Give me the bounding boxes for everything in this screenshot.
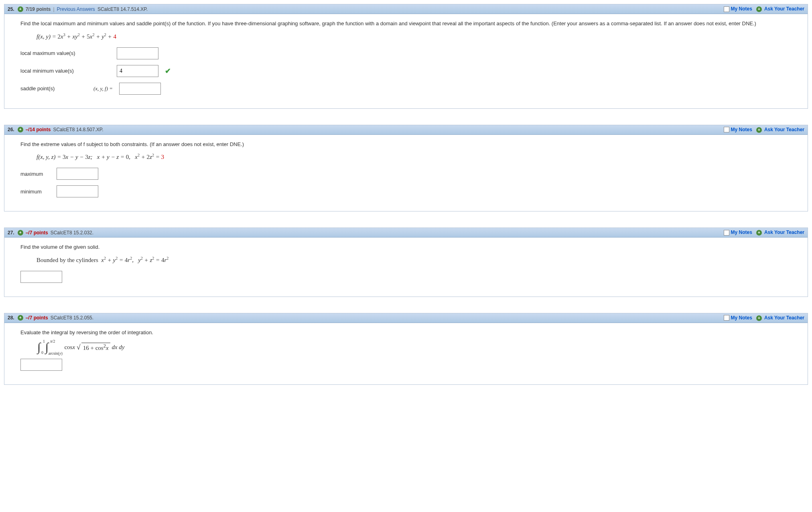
local-max-input[interactable] <box>117 47 158 59</box>
local-max-label: local maximum value(s) <box>20 50 113 56</box>
notes-icon <box>724 315 729 321</box>
maximum-input[interactable] <box>57 168 98 180</box>
expand-icon[interactable]: + <box>18 315 23 321</box>
question-prompt: Find the local maximum and minimum value… <box>20 20 792 28</box>
ask-teacher-link[interactable]: +Ask Your Teacher <box>756 6 804 12</box>
integral-formula: ∫10 ∫π/2arcsin(y) cos x √16 + cos2x dx d… <box>37 341 775 353</box>
check-icon: ✔ <box>165 67 171 75</box>
ask-teacher-link[interactable]: +Ask Your Teacher <box>756 230 804 236</box>
points-label: –/14 points <box>26 127 51 132</box>
question-header: 27. + –/7 points SCalcET8 15.2.032. My N… <box>4 228 808 238</box>
my-notes-link[interactable]: My Notes <box>724 6 752 12</box>
solid-formula: Bounded by the cylinders x2 + y2 = 4r2, … <box>37 256 775 264</box>
my-notes-link[interactable]: My Notes <box>724 127 752 133</box>
points-label: –/7 points <box>26 230 48 236</box>
local-min-label: local minimum value(s) <box>20 68 113 74</box>
source-label: SCalcET8 14.8.507.XP. <box>53 127 103 132</box>
question-prompt: Find the extreme values of f subject to … <box>20 140 792 148</box>
question-25: 25. + 7/19 points | Previous Answers SCa… <box>4 4 808 109</box>
notes-icon <box>724 127 729 132</box>
question-number: 26. <box>8 127 18 132</box>
expand-icon[interactable]: + <box>18 230 23 236</box>
question-header: 28. + –/7 points SCalcET8 15.2.055. My N… <box>4 313 808 323</box>
saddle-label: saddle point(s) <box>20 85 81 91</box>
question-header: 26. + –/14 points SCalcET8 14.8.507.XP. … <box>4 125 808 135</box>
source-label: SCalcET8 15.2.032. <box>51 230 93 236</box>
source-label: SCalcET8 14.7.514.XP. <box>97 6 148 12</box>
plus-icon: + <box>756 230 762 236</box>
source-label: SCalcET8 15.2.055. <box>51 315 93 321</box>
local-min-input[interactable] <box>117 65 158 77</box>
question-number: 27. <box>8 230 18 236</box>
ask-teacher-link[interactable]: +Ask Your Teacher <box>756 127 804 133</box>
points-label: –/7 points <box>26 315 48 321</box>
plus-icon: + <box>756 6 762 12</box>
notes-icon <box>724 230 729 236</box>
plus-icon: + <box>756 315 762 321</box>
question-26: 26. + –/14 points SCalcET8 14.8.507.XP. … <box>4 125 808 212</box>
question-27: 27. + –/7 points SCalcET8 15.2.032. My N… <box>4 228 808 297</box>
question-header: 25. + 7/19 points | Previous Answers SCa… <box>4 4 808 14</box>
minimum-label: minimum <box>20 189 53 195</box>
maximum-label: maximum <box>20 171 53 177</box>
expand-icon[interactable]: + <box>18 127 23 132</box>
plus-icon: + <box>756 127 762 133</box>
my-notes-link[interactable]: My Notes <box>724 230 752 236</box>
function-formula: f(x, y, z) = 3x − y − 3z; x + y − z = 0,… <box>37 153 775 161</box>
notes-icon <box>724 6 729 12</box>
question-number: 28. <box>8 315 18 321</box>
function-formula: f(x, y) = 2x3 + xy2 + 5x2 + y2 + 4 <box>37 33 775 40</box>
my-notes-link[interactable]: My Notes <box>724 315 752 321</box>
question-prompt: Evaluate the integral by reversing the o… <box>20 329 792 337</box>
question-number: 25. <box>8 6 18 12</box>
divider: | <box>53 6 54 12</box>
minimum-input[interactable] <box>57 185 98 197</box>
points-label: 7/19 points <box>26 6 51 12</box>
saddle-input[interactable] <box>119 83 161 95</box>
integral-input[interactable] <box>20 359 62 371</box>
previous-answers-link[interactable]: Previous Answers <box>57 6 95 12</box>
expand-icon[interactable]: + <box>18 6 23 12</box>
volume-input[interactable] <box>20 271 62 283</box>
question-prompt: Find the volume of the given solid. <box>20 243 792 251</box>
ask-teacher-link[interactable]: +Ask Your Teacher <box>756 315 804 321</box>
saddle-prefix: (x, y, f) = <box>85 85 113 92</box>
question-28: 28. + –/7 points SCalcET8 15.2.055. My N… <box>4 313 808 385</box>
